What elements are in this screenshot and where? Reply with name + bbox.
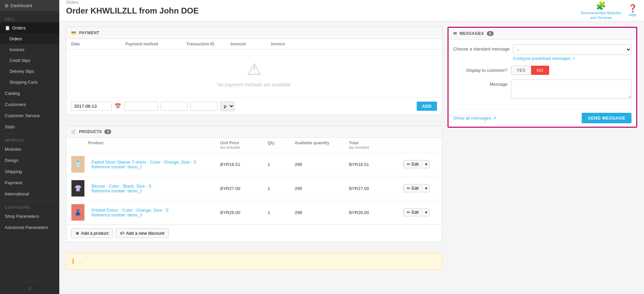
transaction-id-input[interactable] — [161, 102, 188, 111]
table-row: 👕 Faded Short Sleeve T-shirts - Color : … — [66, 152, 442, 176]
col-date-label: Date — [71, 42, 125, 46]
edit-button-1[interactable]: ✏ Edit — [403, 184, 422, 192]
col-avail-label: Available quantity — [295, 141, 349, 149]
sidebar-item-advanced-parameters[interactable]: Advanced Parameters — [0, 222, 59, 233]
product-total-1: BYR27.00 — [349, 186, 403, 191]
product-ref-2[interactable]: Reference number: demo_3 — [91, 213, 220, 217]
add-payment-row: 📅 p ADD — [66, 98, 442, 114]
message-label: Message — [453, 80, 507, 87]
edit-dropdown-button-1[interactable]: ▾ — [423, 184, 430, 192]
product-info-0: Faded Short Sleeve T-shirts - Color : Or… — [88, 160, 220, 169]
sidebar-item-credit-slips[interactable]: Credit Slips — [0, 55, 59, 66]
product-name-2[interactable]: Printed Dress - Color : Orange, Size : S — [91, 208, 220, 213]
currency-select[interactable]: p — [220, 101, 234, 111]
tag-icon: 🏷 — [120, 231, 124, 236]
payment-method-input[interactable] — [124, 102, 158, 111]
pencil-icon: ✏ — [407, 186, 410, 191]
configure-predefined-link[interactable]: Configure predefined messages ↗ — [513, 56, 631, 61]
sidebar-item-design[interactable]: Design — [0, 155, 59, 166]
col-qty-label: Qty — [268, 141, 295, 149]
display-customer-label: Display to customer? — [453, 66, 507, 73]
product-price-2: BYR26.00 — [220, 210, 268, 215]
plus-icon: ⊕ — [76, 231, 79, 236]
right-column: ✉ MESSAGES 0 Choose a standard message - — [448, 27, 637, 270]
notif-text: … — [78, 259, 82, 264]
sidebar-item-orders-sub[interactable]: Orders — [0, 34, 59, 44]
edit-dropdown-button-0[interactable]: ▾ — [423, 160, 430, 168]
sidebar-item-catalog[interactable]: Catalog — [0, 88, 59, 99]
envelope-icon: ✉ — [453, 31, 457, 36]
sidebar-item-payment[interactable]: Payment — [0, 177, 59, 188]
products-header: 🛒 PRODUCTS 3 — [66, 126, 442, 138]
col-transaction-label: Transaction ID — [186, 42, 230, 46]
payment-card: 💳 PAYMENT Date Payment method Transactio… — [66, 27, 442, 115]
topbar: Orders Order KHWLILZLL from John DOE 🧩 R… — [59, 0, 644, 21]
amount-input[interactable] — [190, 102, 217, 111]
yes-toggle-button[interactable]: YES — [511, 66, 531, 75]
orders-icon: 📋 — [5, 25, 10, 30]
table-row: 👗 Printed Dress - Color : Orange, Size :… — [66, 201, 442, 225]
payment-date-input[interactable] — [71, 102, 112, 111]
pencil-icon: ✏ — [407, 210, 410, 215]
product-actions-0: ✏ Edit ▾ — [403, 160, 437, 168]
sidebar-item-modules[interactable]: Modules — [0, 144, 59, 155]
sidebar-item-delivery-slips[interactable]: Delivery Slips — [0, 66, 59, 77]
sidebar-toggle[interactable]: ||| — [0, 282, 59, 294]
messages-body: Choose a standard message - Configure pr… — [449, 40, 636, 109]
topbar-right: 🧩 Recommended Modules and Services ❓ Hel… — [581, 1, 637, 20]
messages-header: ✉ MESSAGES 0 — [449, 28, 636, 40]
show-all-messages-link[interactable]: Show all messages ↗ — [453, 115, 496, 121]
edit-dropdown-button-2[interactable]: ▾ — [423, 208, 430, 216]
send-message-button[interactable]: SEND MESSAGE — [582, 113, 631, 123]
col-price-label: Unit Price tax included. — [220, 141, 268, 149]
recommended-modules-button[interactable]: 🧩 Recommended Modules and Services — [581, 1, 621, 20]
standard-message-row: Choose a standard message - Configure pr… — [453, 44, 631, 61]
sidebar-item-stats[interactable]: Stats — [0, 121, 59, 132]
product-avail-0: 299 — [295, 162, 349, 167]
message-textarea[interactable] — [511, 80, 631, 99]
messages-panel: ✉ MESSAGES 0 Choose a standard message - — [448, 27, 637, 128]
products-col-header: Product Unit Price tax included. Qty Ava… — [66, 138, 442, 152]
col-product-label: Product — [71, 141, 220, 149]
product-name-0[interactable]: Faded Short Sleeve T-shirts - Color : Or… — [91, 160, 220, 165]
table-row: 👚 Blouse - Color : Black, Size : S Refer… — [66, 176, 442, 201]
help-button[interactable]: ❓ Help — [628, 4, 637, 17]
sidebar-section-sell: SELL — [0, 13, 59, 22]
sidebar-item-customers[interactable]: Customers — [0, 99, 59, 110]
sidebar-item-invoices[interactable]: Invoices — [0, 44, 59, 55]
product-thumbnail-1: 👚 — [71, 180, 85, 197]
product-thumbnail-2: 👗 — [71, 204, 85, 221]
products-footer: ⊕ Add a product 🏷 Add a new discount — [66, 225, 442, 241]
add-payment-button[interactable]: ADD — [417, 102, 437, 111]
product-avail-1: 299 — [295, 186, 349, 191]
dashboard-icon: ⊞ — [5, 3, 8, 8]
sidebar-item-shop-parameters[interactable]: Shop Parameters — [0, 211, 59, 222]
standard-message-select[interactable]: - — [513, 44, 631, 55]
products-section: 🛒 PRODUCTS 3 Product Unit Price tax incl… — [66, 126, 442, 242]
product-info-2: Printed Dress - Color : Orange, Size : S… — [88, 208, 220, 217]
product-ref-1[interactable]: Reference number: demo_2 — [91, 189, 220, 193]
sidebar-item-customer-service[interactable]: Customer Service — [0, 110, 59, 121]
payment-header: 💳 PAYMENT — [66, 27, 442, 39]
main-content: Orders Order KHWLILZLL from John DOE 🧩 R… — [59, 0, 644, 294]
sidebar-item-dashboard[interactable]: ⊞ Dashboard — [0, 0, 59, 11]
no-toggle-button[interactable]: NO — [531, 66, 549, 75]
product-ref-0[interactable]: Reference number: demo_1 — [91, 165, 220, 169]
calendar-icon[interactable]: 📅 — [115, 103, 121, 109]
product-name-1[interactable]: Blouse - Color : Black, Size : S — [91, 184, 220, 189]
product-info-1: Blouse - Color : Black, Size : S Referen… — [88, 184, 220, 193]
add-product-button[interactable]: ⊕ Add a product — [71, 228, 113, 238]
sidebar-item-shopping-carts[interactable]: Shopping Carts — [0, 77, 59, 88]
edit-button-2[interactable]: ✏ Edit — [403, 208, 422, 216]
sidebar-item-orders[interactable]: 📋 Orders — [0, 22, 59, 34]
display-customer-row: Display to customer? YES NO — [453, 66, 631, 75]
sidebar-section-improve: IMPROVE — [0, 134, 59, 144]
add-discount-button[interactable]: 🏷 Add a new discount — [116, 228, 169, 238]
edit-button-0[interactable]: ✏ Edit — [403, 160, 422, 168]
sidebar-item-international[interactable]: International — [0, 188, 59, 200]
sidebar-item-shipping[interactable]: Shipping — [0, 166, 59, 177]
pencil-icon: ✏ — [407, 162, 410, 167]
col-payment-label: Payment method — [125, 42, 186, 46]
message-row: Message — [453, 80, 631, 100]
info-icon: ℹ — [72, 257, 75, 265]
